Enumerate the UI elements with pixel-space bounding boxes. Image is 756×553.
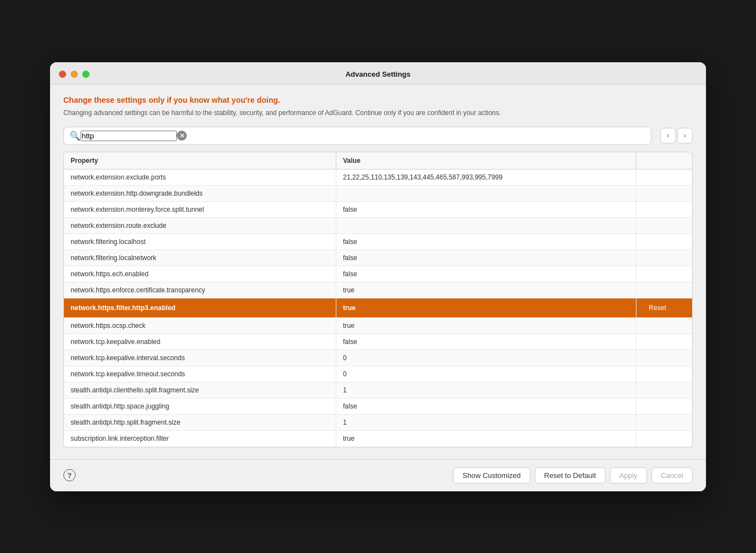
action-cell (636, 366, 692, 382)
action-cell (636, 350, 692, 366)
footer: ? Show Customized Reset to Default Apply… (50, 459, 706, 491)
maximize-button[interactable] (82, 71, 89, 78)
minimize-button[interactable] (71, 71, 78, 78)
show-customized-button[interactable]: Show Customized (453, 467, 530, 484)
property-cell: stealth.antidpi.http.split.fragment.size (64, 415, 336, 430)
action-cell (636, 447, 692, 447)
property-cell: stealth.antidpi.clienthello.split.fragme… (64, 382, 336, 398)
traffic-lights (59, 71, 89, 78)
table-row[interactable]: subscription.link.interception.filtertru… (64, 431, 692, 447)
table-row[interactable]: subscription.link.interception.userscrip… (64, 447, 692, 447)
property-cell: stealth.antidpi.http.space.juggling (64, 398, 336, 414)
warning-description: Changing advanced settings can be harmfu… (63, 108, 693, 118)
close-button[interactable] (59, 71, 66, 78)
property-cell: network.https.ech.enabled (64, 266, 336, 282)
action-cell: Reset (636, 298, 692, 317)
table-row[interactable]: network.tcp.keepalive.enabledfalse (64, 334, 692, 350)
table-row[interactable]: network.filtering.localhostfalse (64, 234, 692, 250)
action-cell (636, 382, 692, 398)
property-cell: network.extension.route.exclude (64, 218, 336, 233)
action-cell (636, 398, 692, 414)
value-cell: false (336, 334, 636, 350)
search-row: 🔍 ✕ ‹ › (63, 127, 693, 145)
table-row[interactable]: network.https.enforce.certificate.transp… (64, 282, 692, 298)
window-title: Advanced Settings (345, 70, 410, 78)
action-cell (636, 266, 692, 282)
value-cell (336, 186, 636, 201)
property-cell: network.https.enforce.certificate.transp… (64, 282, 336, 298)
help-button[interactable]: ? (63, 469, 76, 481)
table-row[interactable]: network.https.ech.enabledfalse (64, 266, 692, 282)
table-row[interactable]: stealth.antidpi.clienthello.split.fragme… (64, 382, 692, 398)
value-cell: 1 (336, 382, 636, 398)
apply-button[interactable]: Apply (610, 467, 647, 484)
property-cell: subscription.link.interception.userscrip… (64, 447, 336, 447)
search-icon: 🔍 (69, 131, 81, 141)
action-cell (636, 415, 692, 430)
value-cell: false (336, 398, 636, 414)
value-cell: false (336, 250, 636, 266)
column-property: Property (64, 152, 336, 169)
search-bar: 🔍 ✕ (63, 127, 651, 145)
table-row[interactable]: network.https.filter.http3.enabledtrueRe… (64, 298, 692, 318)
property-cell: network.extension.exclude.ports (64, 170, 336, 185)
value-cell: true (336, 282, 636, 298)
warning-title: Change these settings only if you know w… (63, 96, 693, 104)
action-cell (636, 186, 692, 201)
table-row[interactable]: stealth.antidpi.http.split.fragment.size… (64, 415, 692, 431)
action-cell (636, 334, 692, 350)
search-input[interactable] (81, 131, 177, 141)
value-cell: 0 (336, 366, 636, 382)
value-cell: false (336, 202, 636, 217)
table-row[interactable]: stealth.antidpi.http.space.jugglingfalse (64, 398, 692, 415)
value-cell: 21,22,25,110,135,139,143,445,465,587,993… (336, 170, 636, 185)
action-cell (636, 218, 692, 233)
action-cell (636, 318, 692, 333)
property-cell: network.https.ocsp.check (64, 318, 336, 333)
value-cell: true (336, 318, 636, 333)
table-row[interactable]: network.tcp.keepalive.interval.seconds0 (64, 350, 692, 366)
property-cell: subscription.link.interception.filter (64, 431, 336, 446)
property-cell: network.extension.http.downgrade.bundlei… (64, 186, 336, 201)
cancel-button[interactable]: Cancel (651, 467, 693, 484)
main-content: Change these settings only if you know w… (50, 84, 706, 459)
advanced-settings-window: Advanced Settings Change these settings … (50, 62, 706, 491)
next-button[interactable]: › (677, 128, 693, 143)
table-header: Property Value (64, 152, 692, 170)
property-cell: network.tcp.keepalive.timeout.seconds (64, 366, 336, 382)
property-cell: network.filtering.localnetwork (64, 250, 336, 266)
action-cell (636, 170, 692, 185)
table-row[interactable]: network.https.ocsp.checktrue (64, 318, 692, 334)
property-cell: network.tcp.keepalive.enabled (64, 334, 336, 350)
settings-table: Property Value network.extension.exclude… (63, 152, 693, 448)
footer-buttons: Show Customized Reset to Default Apply C… (453, 467, 693, 484)
property-cell: network.tcp.keepalive.interval.seconds (64, 350, 336, 366)
property-cell: network.https.filter.http3.enabled (64, 298, 336, 317)
value-cell (336, 218, 636, 233)
action-cell (636, 431, 692, 446)
table-row[interactable]: network.extension.route.exclude (64, 218, 692, 234)
action-cell (636, 202, 692, 217)
table-row[interactable]: network.extension.monterey.force.split.t… (64, 202, 692, 218)
value-cell: true (336, 447, 636, 447)
value-cell: 1 (336, 415, 636, 430)
search-clear-button[interactable]: ✕ (177, 131, 187, 141)
value-cell: 0 (336, 350, 636, 366)
row-reset-button[interactable]: Reset (643, 302, 672, 313)
navigation-buttons: ‹ › (660, 128, 693, 143)
prev-button[interactable]: ‹ (660, 128, 676, 143)
table-row[interactable]: network.extension.http.downgrade.bundlei… (64, 186, 692, 202)
property-cell: network.filtering.localhost (64, 234, 336, 250)
reset-to-default-button[interactable]: Reset to Default (535, 467, 605, 484)
table-row[interactable]: network.filtering.localnetworkfalse (64, 250, 692, 266)
value-cell: false (336, 266, 636, 282)
value-cell: false (336, 234, 636, 250)
table-body: network.extension.exclude.ports21,22,25,… (64, 170, 692, 447)
action-cell (636, 234, 692, 250)
value-cell: true (336, 298, 636, 317)
table-row[interactable]: network.extension.exclude.ports21,22,25,… (64, 170, 692, 186)
column-action (636, 152, 692, 169)
value-cell: true (336, 431, 636, 446)
titlebar: Advanced Settings (50, 62, 706, 84)
table-row[interactable]: network.tcp.keepalive.timeout.seconds0 (64, 366, 692, 382)
